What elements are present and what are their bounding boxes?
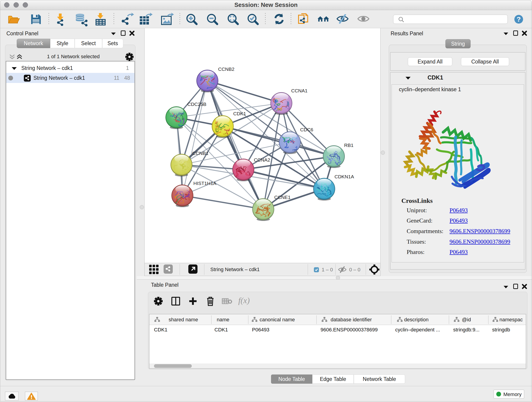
- svg-text:CDK1: CDK1: [233, 111, 246, 116]
- svg-text:HIST1H1A: HIST1H1A: [193, 181, 216, 186]
- svg-text:CCNB2: CCNB2: [218, 66, 234, 72]
- svg-text:CDC25B: CDC25B: [187, 102, 206, 107]
- svg-text:CCNA2: CCNA2: [254, 157, 270, 162]
- svg-text:CDC6: CDC6: [300, 127, 313, 132]
- svg-text:CCNE1: CCNE1: [274, 195, 291, 200]
- svg-text:CCNA1: CCNA1: [291, 88, 307, 93]
- svg-text:CCNB1: CCNB1: [192, 151, 209, 156]
- svg-text:RB1: RB1: [344, 143, 354, 148]
- svg-text:CDKN1A: CDKN1A: [335, 174, 354, 179]
